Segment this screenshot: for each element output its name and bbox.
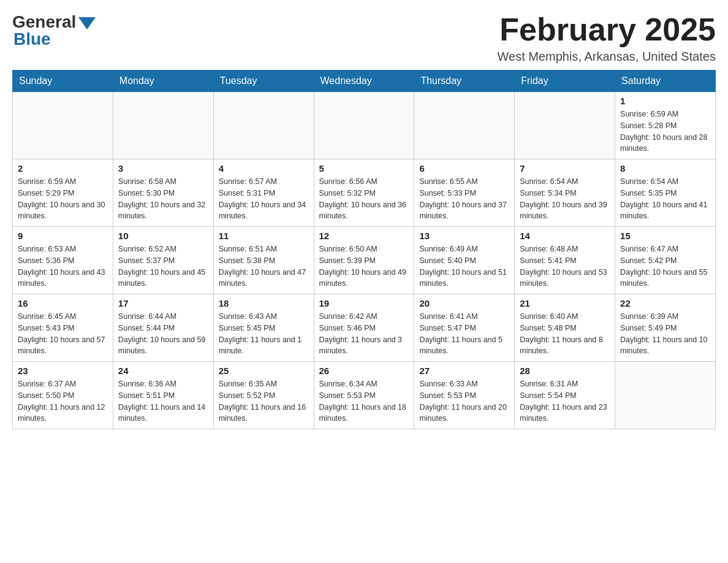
day-info: Sunrise: 6:33 AMSunset: 5:53 PMDaylight:… [419,378,509,424]
day-info: Sunrise: 6:36 AMSunset: 5:51 PMDaylight:… [118,378,208,424]
header: General Blue February 2025 West Memphis,… [12,12,716,64]
day-number: 9 [18,231,108,241]
day-info: Sunrise: 6:43 AMSunset: 5:45 PMDaylight:… [219,311,309,357]
weekday-sunday: Sunday [13,71,113,92]
calendar-cell [113,92,213,159]
calendar-cell: 20Sunrise: 6:41 AMSunset: 5:47 PMDayligh… [414,294,515,362]
day-number: 13 [419,231,509,241]
calendar-cell: 2Sunrise: 6:59 AMSunset: 5:29 PMDaylight… [13,159,113,227]
day-number: 10 [118,231,208,241]
calendar-week-row: 9Sunrise: 6:53 AMSunset: 5:36 PMDaylight… [13,227,716,294]
day-info: Sunrise: 6:57 AMSunset: 5:31 PMDaylight:… [219,176,309,222]
calendar-cell: 6Sunrise: 6:55 AMSunset: 5:33 PMDaylight… [414,159,515,227]
calendar-cell: 12Sunrise: 6:50 AMSunset: 5:39 PMDayligh… [314,227,414,294]
calendar-cell: 11Sunrise: 6:51 AMSunset: 5:38 PMDayligh… [213,227,314,294]
calendar-week-row: 23Sunrise: 6:37 AMSunset: 5:50 PMDayligh… [13,362,716,429]
calendar-cell: 19Sunrise: 6:42 AMSunset: 5:46 PMDayligh… [314,294,414,362]
day-number: 18 [219,298,309,308]
calendar-cell: 27Sunrise: 6:33 AMSunset: 5:53 PMDayligh… [414,362,515,429]
weekday-tuesday: Tuesday [213,71,314,92]
day-info: Sunrise: 6:59 AMSunset: 5:28 PMDaylight:… [620,109,710,155]
day-info: Sunrise: 6:39 AMSunset: 5:49 PMDaylight:… [620,311,710,357]
logo-triangle-icon [78,17,96,29]
day-info: Sunrise: 6:54 AMSunset: 5:35 PMDaylight:… [620,176,710,222]
day-info: Sunrise: 6:40 AMSunset: 5:48 PMDaylight:… [520,311,610,357]
weekday-thursday: Thursday [414,71,515,92]
logo: General Blue [12,12,96,49]
day-number: 3 [118,163,208,174]
logo-blue-text: Blue [13,29,51,49]
day-number: 4 [219,163,309,174]
calendar-cell [213,92,314,159]
month-title: February 2025 [498,12,716,47]
day-info: Sunrise: 6:51 AMSunset: 5:38 PMDaylight:… [219,243,309,289]
calendar-cell [13,92,113,159]
day-info: Sunrise: 6:42 AMSunset: 5:46 PMDaylight:… [319,311,409,357]
day-number: 16 [18,298,108,308]
calendar-cell: 21Sunrise: 6:40 AMSunset: 5:48 PMDayligh… [515,294,615,362]
day-info: Sunrise: 6:47 AMSunset: 5:42 PMDaylight:… [620,243,710,289]
day-info: Sunrise: 6:52 AMSunset: 5:37 PMDaylight:… [118,243,208,289]
day-number: 15 [620,231,710,241]
calendar-week-row: 16Sunrise: 6:45 AMSunset: 5:43 PMDayligh… [13,294,716,362]
day-info: Sunrise: 6:58 AMSunset: 5:30 PMDaylight:… [118,176,208,222]
day-info: Sunrise: 6:37 AMSunset: 5:50 PMDaylight:… [18,378,108,424]
day-number: 22 [620,298,710,308]
day-number: 27 [419,366,509,376]
calendar-cell: 24Sunrise: 6:36 AMSunset: 5:51 PMDayligh… [113,362,213,429]
title-area: February 2025 West Memphis, Arkansas, Un… [498,12,716,64]
calendar-cell: 7Sunrise: 6:54 AMSunset: 5:34 PMDaylight… [515,159,615,227]
day-number: 23 [18,366,108,376]
calendar-cell: 9Sunrise: 6:53 AMSunset: 5:36 PMDaylight… [13,227,113,294]
calendar-cell: 18Sunrise: 6:43 AMSunset: 5:45 PMDayligh… [213,294,314,362]
day-number: 24 [118,366,208,376]
calendar-week-row: 2Sunrise: 6:59 AMSunset: 5:29 PMDaylight… [13,159,716,227]
day-info: Sunrise: 6:34 AMSunset: 5:53 PMDaylight:… [319,378,409,424]
calendar-cell: 26Sunrise: 6:34 AMSunset: 5:53 PMDayligh… [314,362,414,429]
day-number: 26 [319,366,409,376]
calendar-cell: 14Sunrise: 6:48 AMSunset: 5:41 PMDayligh… [515,227,615,294]
calendar-cell: 15Sunrise: 6:47 AMSunset: 5:42 PMDayligh… [615,227,716,294]
weekday-wednesday: Wednesday [314,71,414,92]
calendar-cell: 28Sunrise: 6:31 AMSunset: 5:54 PMDayligh… [515,362,615,429]
calendar-cell: 10Sunrise: 6:52 AMSunset: 5:37 PMDayligh… [113,227,213,294]
calendar-cell: 13Sunrise: 6:49 AMSunset: 5:40 PMDayligh… [414,227,515,294]
calendar-cell [615,362,716,429]
calendar-cell: 3Sunrise: 6:58 AMSunset: 5:30 PMDaylight… [113,159,213,227]
day-info: Sunrise: 6:41 AMSunset: 5:47 PMDaylight:… [419,311,509,357]
calendar-cell: 5Sunrise: 6:56 AMSunset: 5:32 PMDaylight… [314,159,414,227]
calendar-cell [414,92,515,159]
day-number: 2 [18,163,108,174]
calendar-cell [515,92,615,159]
day-number: 1 [620,96,710,106]
calendar-cell: 23Sunrise: 6:37 AMSunset: 5:50 PMDayligh… [13,362,113,429]
day-info: Sunrise: 6:44 AMSunset: 5:44 PMDaylight:… [118,311,208,357]
day-info: Sunrise: 6:55 AMSunset: 5:33 PMDaylight:… [419,176,509,222]
weekday-header-row: SundayMondayTuesdayWednesdayThursdayFrid… [13,71,716,92]
calendar-cell: 4Sunrise: 6:57 AMSunset: 5:31 PMDaylight… [213,159,314,227]
day-number: 21 [520,298,610,308]
day-number: 12 [319,231,409,241]
weekday-saturday: Saturday [615,71,716,92]
day-number: 6 [419,163,509,174]
day-number: 28 [520,366,610,376]
day-info: Sunrise: 6:54 AMSunset: 5:34 PMDaylight:… [520,176,610,222]
day-info: Sunrise: 6:53 AMSunset: 5:36 PMDaylight:… [18,243,108,289]
day-info: Sunrise: 6:45 AMSunset: 5:43 PMDaylight:… [18,311,108,357]
day-number: 19 [319,298,409,308]
day-number: 11 [219,231,309,241]
day-info: Sunrise: 6:50 AMSunset: 5:39 PMDaylight:… [319,243,409,289]
calendar-cell: 1Sunrise: 6:59 AMSunset: 5:28 PMDaylight… [615,92,716,159]
day-info: Sunrise: 6:56 AMSunset: 5:32 PMDaylight:… [319,176,409,222]
day-number: 20 [419,298,509,308]
day-number: 14 [520,231,610,241]
calendar-cell: 22Sunrise: 6:39 AMSunset: 5:49 PMDayligh… [615,294,716,362]
day-number: 7 [520,163,610,174]
day-number: 5 [319,163,409,174]
day-info: Sunrise: 6:48 AMSunset: 5:41 PMDaylight:… [520,243,610,289]
calendar-table: SundayMondayTuesdayWednesdayThursdayFrid… [12,70,716,429]
location-title: West Memphis, Arkansas, United States [498,50,716,64]
day-info: Sunrise: 6:59 AMSunset: 5:29 PMDaylight:… [18,176,108,222]
weekday-monday: Monday [113,71,213,92]
day-info: Sunrise: 6:49 AMSunset: 5:40 PMDaylight:… [419,243,509,289]
